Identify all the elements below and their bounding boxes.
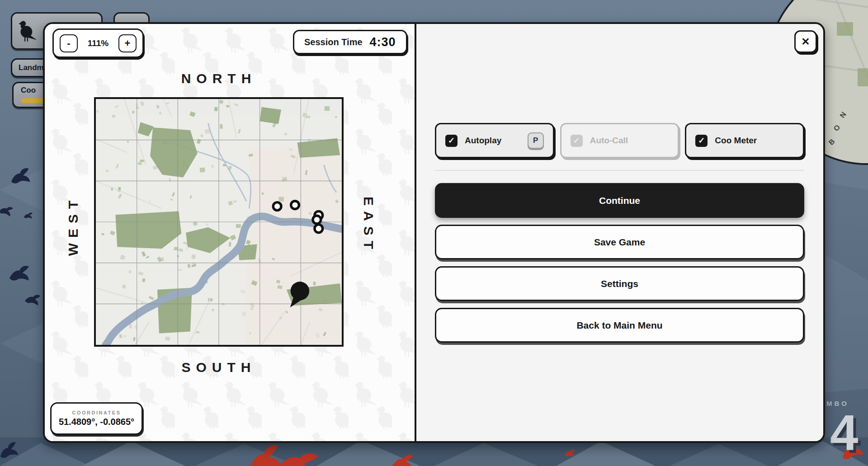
pigeon-icon <box>18 17 38 45</box>
zoom-out-button[interactable]: - <box>60 34 78 52</box>
toggle-auto-call: ✓ Auto-Call <box>560 123 679 158</box>
compass-west-label: WEST <box>66 180 81 271</box>
session-time-value: 4:30 <box>370 35 396 49</box>
settings-label: Settings <box>601 278 638 289</box>
session-time-box: Session Time 4:30 <box>293 30 407 54</box>
toggle-coo-meter[interactable]: ✓ Coo Meter <box>685 123 804 158</box>
continue-button[interactable]: Continue <box>435 183 804 218</box>
continue-label: Continue <box>599 195 640 206</box>
close-button[interactable]: ✕ <box>794 30 817 53</box>
checkbox-checked-icon: ✓ <box>695 135 708 147</box>
close-icon: ✕ <box>801 36 810 48</box>
save-game-button[interactable]: Save Game <box>435 225 804 259</box>
settings-button[interactable]: Settings <box>435 266 804 301</box>
combo-number: 4 <box>830 408 858 458</box>
zoom-level: 111% <box>85 38 111 48</box>
bird-silhouettes <box>0 168 41 461</box>
toggle-coo-meter-label: Coo Meter <box>715 136 757 146</box>
compass-south-label: SOUTH <box>94 360 344 375</box>
section-divider <box>435 170 804 171</box>
session-time-label: Session Time <box>304 37 363 47</box>
compass-east-label: EAST <box>361 180 376 271</box>
hotkey-badge: P <box>528 132 544 149</box>
coordinates-box: COORDINATES 51.4809°, -0.0865° <box>50 402 143 435</box>
toggle-auto-call-label: Auto-Call <box>590 136 628 146</box>
map-panel: - 111% + Session Time 4:30 NORTH SOUTH W… <box>45 24 415 441</box>
toggle-autoplay[interactable]: ✓ Autoplay P <box>435 123 554 158</box>
game-screen: 1568 Landma Coo N O B MBO 4 <box>0 0 868 466</box>
coordinates-label: COORDINATES <box>72 410 121 415</box>
coordinates-value: 51.4809°, -0.0865° <box>59 417 134 427</box>
zoom-in-button[interactable]: + <box>118 34 137 52</box>
coo-label: Coo <box>21 86 36 95</box>
checkbox-checked-icon: ✓ <box>445 135 458 147</box>
settings-toggle-row: ✓ Autoplay P ✓ Auto-Call ✓ Coo Meter <box>435 123 804 158</box>
checkbox-checked-icon: ✓ <box>571 135 583 147</box>
toggle-autoplay-label: Autoplay <box>465 136 501 146</box>
back-to-main-menu-label: Back to Main Menu <box>576 320 662 331</box>
menu-panel: ✕ ✓ Autoplay P ✓ Auto-Call ✓ Coo Meter <box>416 24 823 441</box>
save-game-label: Save Game <box>594 237 645 248</box>
pause-menu-modal: - 111% + Session Time 4:30 NORTH SOUTH W… <box>43 22 825 443</box>
london-map <box>96 99 342 345</box>
compass-north-label: NORTH <box>94 71 344 86</box>
london-map-viewport[interactable] <box>94 97 344 347</box>
back-to-main-menu-button[interactable]: Back to Main Menu <box>435 308 804 343</box>
map-zoom-control: - 111% + <box>52 28 144 58</box>
